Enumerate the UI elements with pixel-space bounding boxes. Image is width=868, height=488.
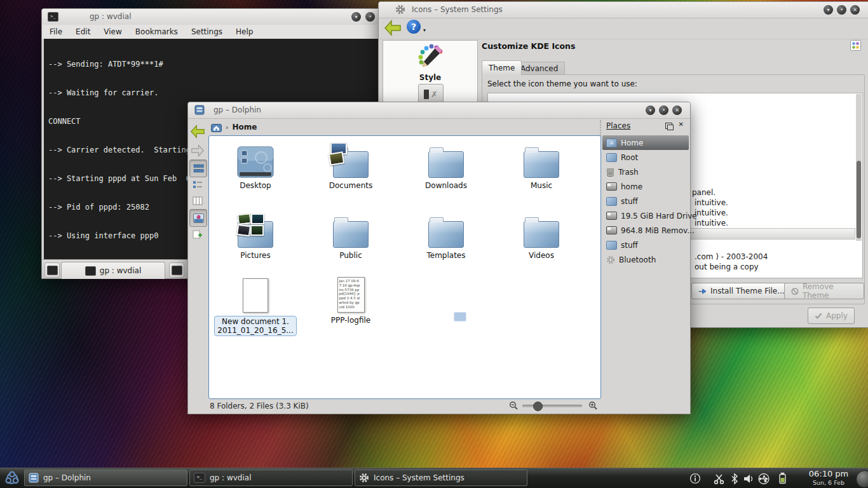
menu-help[interactable]: Help [236, 27, 253, 36]
menu-view[interactable]: View [104, 27, 121, 36]
minimize-button[interactable]: ▾ [646, 105, 655, 115]
zoom-slider-track[interactable] [522, 405, 582, 407]
maximize-button[interactable]: • [837, 5, 846, 15]
zoom-slider-handle[interactable] [533, 402, 543, 411]
split-view-button[interactable] [190, 227, 205, 242]
places-item-stuff-2[interactable]: stuff [602, 238, 689, 252]
system-settings-window-title: Icons – System Settings [412, 5, 503, 14]
install-theme-button[interactable]: Install Theme File... [691, 283, 792, 299]
places-item-home-partition[interactable]: home [602, 179, 689, 194]
launcher-icon[interactable] [3, 469, 22, 488]
new-tab-button[interactable] [44, 262, 60, 278]
breadcrumb-home[interactable]: Home [232, 123, 257, 132]
dolphin-titlebar[interactable]: gp – Dolphin ▾ • ✕ [188, 102, 690, 119]
battery-icon[interactable] [776, 472, 789, 485]
icons-view-button[interactable] [189, 159, 207, 177]
konsole-titlebar[interactable]: >_ gp : wvdial ▾ • [42, 9, 383, 25]
konsole-menubar: File Edit View Bookmarks Settings Help [42, 25, 383, 39]
folder-icon [606, 241, 617, 250]
columns-view-button[interactable] [190, 193, 205, 208]
notifications-icon[interactable] [689, 472, 702, 485]
preview-toggle-button[interactable] [189, 209, 207, 227]
konsole-tab[interactable]: gp : wvdial [61, 262, 165, 279]
minimize-button[interactable]: ▾ [351, 12, 361, 22]
task-button-system-settings[interactable]: Icons – System Settings [355, 470, 527, 486]
folder-view[interactable]: Desktop Documents Downloads Music [208, 135, 601, 399]
menu-bookmarks[interactable]: Bookmarks [135, 27, 178, 36]
places-item-root[interactable]: Root [602, 150, 689, 165]
file-label: Pictures [211, 251, 300, 260]
scrollbar-thumb[interactable] [857, 161, 861, 238]
file-item-music[interactable]: Music [497, 141, 586, 190]
clock[interactable]: 06:10 pm Sun, 6 Feb [803, 470, 854, 487]
back-arrow-icon [190, 125, 205, 139]
panel-cashew-icon[interactable] [856, 470, 868, 488]
maximize-button[interactable]: • [659, 105, 668, 115]
terminal-line: --> Waiting for carrier. [48, 88, 377, 98]
file-label: Documents [306, 181, 395, 190]
dolphin-toolbar [188, 119, 207, 398]
back-button[interactable] [189, 123, 206, 140]
remove-theme-button[interactable]: Remove Theme [784, 283, 864, 299]
zoom-in-icon[interactable] [588, 401, 598, 410]
system-settings-titlebar[interactable]: Icons – System Settings ▾ • ✕ [379, 2, 868, 18]
places-item-removable[interactable]: 964.8 MiB Remov... [602, 223, 689, 238]
file-item-public[interactable]: Public [306, 211, 395, 260]
konsole-tab-label: gp : wvdial [100, 266, 141, 275]
places-item-trash[interactable]: Trash [602, 165, 689, 179]
task-button-dolphin[interactable]: gp – Dolphin [24, 470, 187, 486]
breadcrumb: › Home [207, 119, 601, 135]
terminal-icon [172, 266, 182, 275]
terminal-icon: >_ [194, 473, 205, 483]
folder-icon [333, 221, 369, 248]
places-item-bluetooth[interactable]: Bluetooth [602, 252, 689, 267]
file-item-pictures[interactable]: Pictures [211, 211, 300, 260]
task-button-wvdial[interactable]: >_ gp : wvdial [189, 470, 353, 486]
file-label: Music [497, 181, 586, 190]
close-button[interactable]: ✕ [672, 105, 682, 115]
file-item-videos[interactable]: Videos [497, 211, 586, 260]
photo-thumbnail [251, 214, 264, 224]
details-view-button[interactable] [190, 177, 205, 193]
zoom-out-icon[interactable] [509, 401, 519, 410]
file-item-templates[interactable]: Templates [402, 211, 491, 260]
help-caret-icon[interactable]: ▾ [423, 27, 426, 33]
menu-file[interactable]: File [50, 27, 62, 36]
places-item-stuff[interactable]: stuff [602, 194, 689, 208]
places-panel: ⌂ Home Root Trash home stu [602, 120, 689, 397]
file-manager-icon [29, 473, 39, 483]
back-arrow-icon[interactable] [384, 20, 402, 36]
file-item-new-document[interactable]: New document 1.2011_01_20_16_5... [211, 276, 300, 336]
home-folder-icon[interactable] [211, 123, 222, 132]
file-label: Public [306, 251, 395, 260]
file-label: PPP-logfile [306, 316, 395, 325]
sidebar-item-style[interactable]: Style [383, 43, 477, 82]
bluetooth-icon[interactable] [728, 472, 741, 485]
close-button[interactable]: ✕ [850, 5, 860, 15]
file-label: Templates [402, 251, 491, 260]
photo-thumbnail [237, 213, 252, 225]
file-item-ppp-logfile[interactable]: Jan 17 09:47:18 gp-Asp ire-5738 pppd[194… [306, 276, 395, 325]
file-item-desktop[interactable]: Desktop [211, 141, 300, 190]
menu-edit[interactable]: Edit [76, 27, 90, 36]
tab-theme[interactable]: Theme [482, 60, 522, 75]
file-item-downloads[interactable]: Downloads [402, 141, 491, 190]
places-item-hard-drive[interactable]: 19.5 GiB Hard Drive [602, 208, 689, 223]
volume-icon[interactable] [742, 472, 755, 485]
klipper-scissors-icon[interactable] [712, 472, 725, 485]
import-arrow-icon [698, 287, 707, 295]
scrollbar-track[interactable] [856, 94, 862, 241]
check-icon [815, 312, 822, 320]
photo-thumbnail [250, 225, 264, 236]
menu-settings[interactable]: Settings [191, 27, 222, 36]
places-item-home[interactable]: ⌂ Home [602, 135, 689, 150]
minimize-button[interactable]: ▾ [824, 5, 833, 15]
usb-device-icon[interactable] [757, 472, 770, 485]
task-label: Icons – System Settings [374, 473, 465, 482]
help-button[interactable]: ? [407, 20, 421, 34]
forward-button[interactable] [189, 142, 206, 159]
file-item-documents[interactable]: Documents [306, 141, 395, 190]
maximize-button[interactable]: • [365, 12, 375, 22]
apply-button[interactable]: Apply [808, 308, 855, 324]
tab-list-button[interactable] [169, 262, 184, 278]
